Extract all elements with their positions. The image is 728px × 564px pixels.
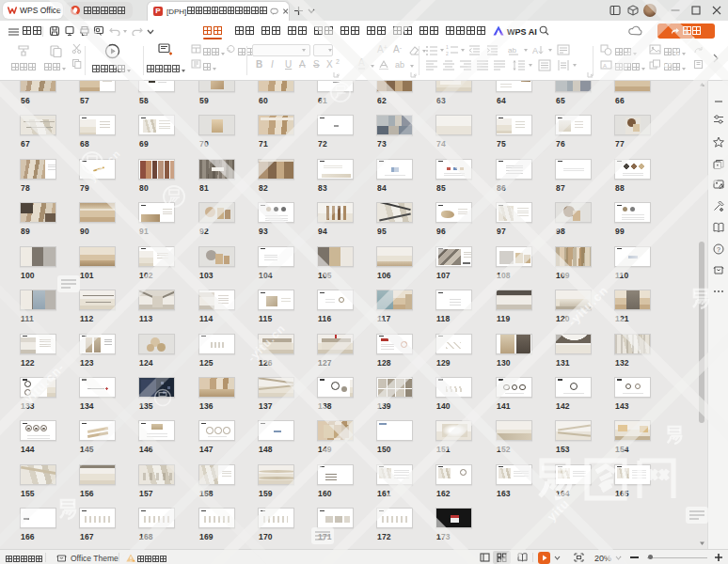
svg-text:?: ? — [717, 246, 720, 253]
svg-text:1: 1 — [446, 44, 449, 50]
svg-text:A: A — [603, 63, 607, 69]
svg-text:2: 2 — [446, 51, 449, 55]
svg-text:ab: ab — [395, 60, 404, 70]
svg-text:ab: ab — [508, 46, 516, 55]
svg-text:A: A — [532, 46, 538, 55]
